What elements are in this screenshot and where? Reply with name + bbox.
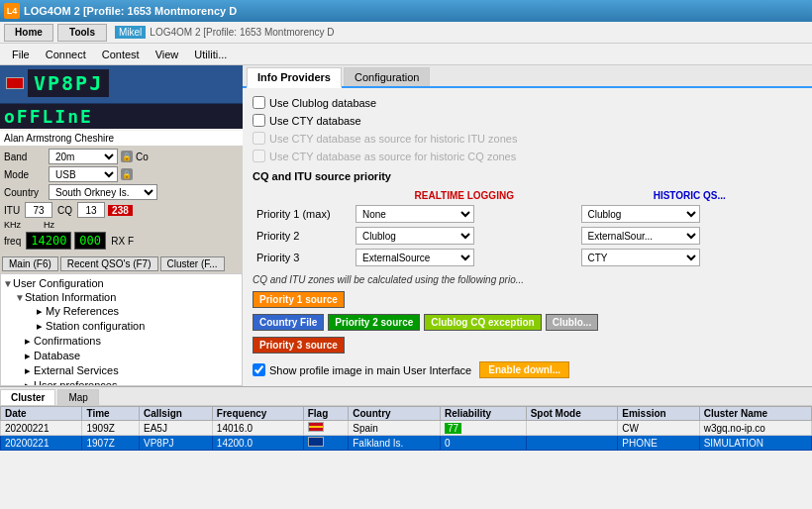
badge-priority1-source[interactable]: Priority 1 source bbox=[253, 291, 345, 308]
country-label: Country bbox=[4, 187, 46, 198]
menu-connect[interactable]: Connect bbox=[38, 47, 94, 62]
col-time: Time bbox=[82, 407, 140, 421]
enable-download-button[interactable]: Enable downl... bbox=[479, 361, 569, 378]
cell-freq-2: 14200.0 bbox=[212, 436, 303, 451]
col-spot-mode: Spot Mode bbox=[526, 407, 618, 421]
show-profile-checkbox[interactable] bbox=[253, 363, 265, 376]
recent-qsos-button[interactable]: Recent QSO's (F7) bbox=[60, 256, 158, 271]
tab-info-label: Info Providers bbox=[257, 71, 331, 83]
show-profile-label[interactable]: Show profile image in main User Interfac… bbox=[253, 363, 471, 376]
priority-1-historic[interactable]: Clublog bbox=[581, 205, 700, 223]
tab-configuration[interactable]: Configuration bbox=[344, 67, 430, 86]
tab-cluster[interactable]: Cluster bbox=[0, 389, 55, 405]
priority-badges-row2: Country File Priority 2 source Clublog C… bbox=[253, 314, 802, 331]
flag-fk-icon bbox=[308, 437, 324, 447]
cell-emission-2: PHONE bbox=[618, 436, 699, 451]
clublog-checkbox[interactable] bbox=[253, 96, 265, 109]
tree-station-config[interactable]: ▸ Station configuration bbox=[27, 319, 240, 334]
cty-cq-label: Use CTY database as source for historic … bbox=[269, 151, 516, 162]
cell-date: 20200221 bbox=[1, 421, 82, 436]
cty-itu-label: Use CTY database as source for historic … bbox=[269, 133, 517, 145]
badge-clublog-extra[interactable]: Clublo... bbox=[546, 314, 598, 331]
badge-priority2-source[interactable]: Priority 2 source bbox=[328, 314, 420, 331]
cell-flag bbox=[303, 421, 349, 436]
co-label: Co bbox=[136, 152, 149, 162]
col-flag: Flag bbox=[303, 407, 349, 421]
show-profile-row: Show profile image in main User Interfac… bbox=[253, 361, 802, 378]
clublog-checkbox-label[interactable]: Use Clublog database bbox=[253, 96, 376, 109]
dx-value: 238 bbox=[108, 205, 133, 216]
calc-info-text: CQ and ITU zones will be calculated usin… bbox=[253, 274, 802, 285]
tree-confirmations[interactable]: ▸ Confirmations bbox=[15, 334, 240, 349]
tab-map[interactable]: Map bbox=[57, 389, 98, 405]
title-bar: L4 LOG4OM 2 [Profile: 1653 Montmorency D bbox=[0, 0, 812, 22]
cq-label: CQ bbox=[57, 205, 72, 216]
cell-country-2: Falkland Is. bbox=[349, 436, 441, 451]
hz-label: Hz bbox=[44, 220, 54, 230]
cty-label: Use CTY database bbox=[269, 115, 361, 127]
home-menu[interactable]: Home bbox=[4, 24, 53, 42]
band-select[interactable]: 20m bbox=[49, 149, 118, 164]
col-country: Country bbox=[349, 407, 441, 421]
menu-utili[interactable]: Utiliti... bbox=[186, 47, 235, 62]
priority-3-realtime[interactable]: ExternalSource bbox=[355, 249, 474, 266]
tree-user-prefs[interactable]: ▸ User preferences bbox=[15, 378, 240, 386]
tree-my-references[interactable]: ▸ My References bbox=[27, 304, 240, 319]
checkbox-row-3: Use CTY database as source for historic … bbox=[253, 132, 802, 145]
badge-priority3-source[interactable]: Priority 3 source bbox=[253, 337, 345, 354]
main-f6-button[interactable]: Main (F6) bbox=[2, 256, 58, 271]
priority-2-historic[interactable]: ExternalSour... bbox=[581, 227, 700, 245]
top-section: VP8PJ oFFLInE Alan Armstrong Cheshire Ba… bbox=[0, 65, 812, 386]
badge-clublog-cq-exception[interactable]: Clublog CQ exception bbox=[424, 314, 541, 331]
checkbox-row-4: Use CTY database as source for historic … bbox=[253, 150, 802, 162]
tree-database[interactable]: ▸ Database bbox=[15, 349, 240, 363]
itu-input[interactable] bbox=[25, 202, 52, 218]
table-row-highlight[interactable]: 20200221 1907Z VP8PJ 14200.0 Falkland Is… bbox=[1, 436, 812, 451]
cluster-table: Date Time Callsign Frequency Flag Countr… bbox=[0, 406, 812, 451]
col-callsign: Callsign bbox=[140, 407, 213, 421]
band-lock-icon: 🔒 bbox=[121, 151, 133, 162]
col-emission: Emission bbox=[618, 407, 699, 421]
cq-input[interactable] bbox=[77, 202, 105, 218]
bottom-buttons: Main (F6) Recent QSO's (F7) Cluster (F..… bbox=[0, 254, 243, 273]
menu-file[interactable]: File bbox=[4, 47, 38, 62]
itu-label: ITU bbox=[4, 205, 20, 216]
tree-user-config[interactable]: ▼User Configuration bbox=[3, 276, 240, 290]
cluster-f-button[interactable]: Cluster (F... bbox=[160, 256, 225, 271]
cell-cluster-name: w3gq.no-ip.co bbox=[699, 421, 811, 436]
cell-callsign-2: VP8PJ bbox=[140, 436, 213, 451]
mode-select[interactable]: USB bbox=[49, 166, 118, 182]
tools-menu[interactable]: Tools bbox=[57, 24, 107, 42]
menu-contest[interactable]: Contest bbox=[94, 47, 148, 62]
left-panel: VP8PJ oFFLInE Alan Armstrong Cheshire Ba… bbox=[0, 65, 243, 386]
menu-view[interactable]: View bbox=[148, 47, 187, 62]
tab-cluster-label: Cluster bbox=[11, 392, 45, 403]
home-label: Home bbox=[15, 27, 43, 38]
show-profile-text: Show profile image in main User Interfac… bbox=[269, 364, 471, 376]
menu-bar-top: Home Tools Mikel LOG4OM 2 [Profile: 1653… bbox=[0, 22, 812, 44]
tree-station-info[interactable]: ▼Station Information bbox=[15, 290, 240, 304]
tree-root-label: User Configuration bbox=[13, 277, 104, 289]
cty-checkbox[interactable] bbox=[253, 114, 265, 127]
cty-checkbox-label[interactable]: Use CTY database bbox=[253, 114, 361, 127]
cell-spot-mode bbox=[526, 421, 618, 436]
badge-country-file[interactable]: Country File bbox=[253, 314, 324, 331]
table-header-row: Date Time Callsign Frequency Flag Countr… bbox=[1, 407, 812, 421]
col-historic: HISTORIC QS... bbox=[577, 188, 803, 203]
table-row[interactable]: 20200221 1909Z EA5J 14016.0 Spain 77 CW … bbox=[1, 421, 812, 436]
bottom-tab-bar: Cluster Map bbox=[0, 387, 812, 406]
priority-3-historic[interactable]: CTY bbox=[581, 249, 700, 266]
cell-freq: 14016.0 bbox=[212, 421, 303, 436]
table-row: Priority 3 ExternalSource CTY bbox=[253, 247, 802, 268]
tree-external-services[interactable]: ▸ External Services bbox=[15, 363, 240, 378]
priority-2-realtime[interactable]: Clublog bbox=[355, 227, 474, 245]
priority-1-realtime[interactable]: None bbox=[355, 205, 474, 223]
callsign-display: VP8PJ bbox=[28, 69, 109, 97]
station-info-header: VP8PJ bbox=[0, 65, 243, 104]
cell-cluster-name-2: SIMULATION bbox=[699, 436, 811, 451]
freq-hz-display: 000 bbox=[74, 232, 106, 250]
tab-info-providers[interactable]: Info Providers bbox=[247, 67, 342, 88]
tab-bar: Info Providers Configuration bbox=[243, 65, 812, 88]
country-select[interactable]: South Orkney Is. bbox=[49, 184, 157, 200]
reliability-value: 77 bbox=[445, 423, 461, 434]
